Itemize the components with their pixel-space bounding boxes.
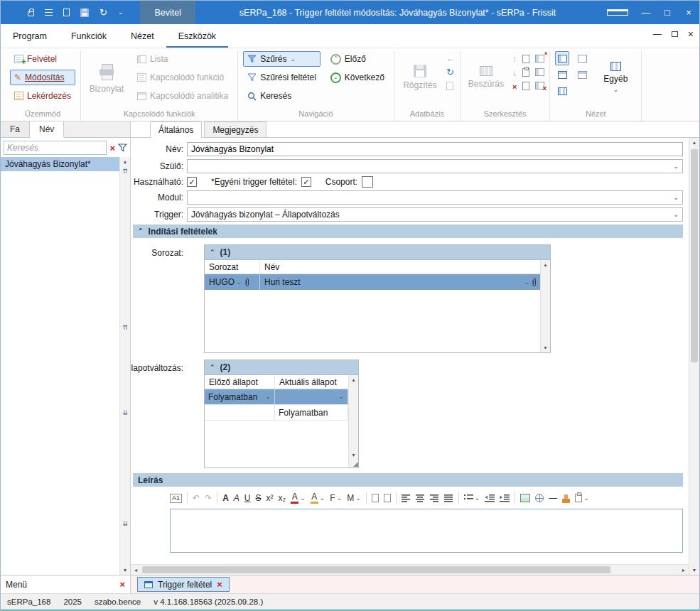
superscript-icon[interactable]: x² xyxy=(266,494,274,502)
menu-tab[interactable]: Menü × xyxy=(1,575,131,593)
align-justify-icon[interactable] xyxy=(444,494,453,502)
collapse-icon[interactable]: ⌃ xyxy=(138,228,144,234)
minimize-button[interactable]: — xyxy=(635,7,657,18)
sorozat-group-header[interactable]: ⌃ (1) xyxy=(205,245,550,260)
col-sorozat[interactable]: Sorozat xyxy=(205,260,260,274)
dropdown-icon[interactable]: ⌄ xyxy=(673,163,679,170)
close-button[interactable]: × xyxy=(678,7,699,18)
dropdown-icon[interactable]: ⌄ xyxy=(524,279,529,286)
move-down-icon[interactable]: ↓ xyxy=(512,69,517,77)
egyeb-button[interactable]: Egyéb ⌄ xyxy=(595,51,636,104)
kapcsolodo-funkcio-button[interactable]: Kapcsolódó funkció xyxy=(133,70,232,85)
szures-button[interactable]: Szűrés ⌄ xyxy=(243,51,321,67)
child-minimize-button[interactable]: — xyxy=(653,29,662,39)
insert-row-icon[interactable] xyxy=(535,55,544,63)
paste-icon[interactable] xyxy=(522,68,529,77)
tab-altalanos[interactable]: Általános xyxy=(150,121,202,138)
description-editor[interactable] xyxy=(170,509,683,553)
kereses-button[interactable]: Keresés xyxy=(243,88,321,104)
clipboard-button[interactable]: ⌄ xyxy=(575,494,589,502)
delete-row-icon[interactable] xyxy=(535,82,544,90)
modul-combo[interactable]: ⌄ xyxy=(187,190,683,205)
align-center-icon[interactable] xyxy=(416,494,425,502)
sorozat-row[interactable]: HUGO ⌄ Huri teszt ⌄ xyxy=(205,274,540,290)
allapot-row-1[interactable]: Folyamatban ⌄ ⌄ xyxy=(205,389,348,405)
szures-dropdown-icon[interactable]: ⌄ xyxy=(290,56,296,63)
scroll-up-icon[interactable]: ▲ xyxy=(120,159,130,164)
horizontal-line-icon[interactable]: — xyxy=(549,494,557,502)
child-close-button[interactable]: × xyxy=(688,28,694,40)
collapse-icon[interactable]: ⌃ xyxy=(210,249,215,256)
search-input[interactable] xyxy=(4,141,107,155)
allapot-group-header[interactable]: ⌃ (2) xyxy=(205,360,358,375)
scroll-right-icon[interactable]: ► xyxy=(679,565,689,575)
list-view-icon[interactable] xyxy=(575,67,589,82)
allapot-row-2[interactable]: Folyamatban xyxy=(205,405,348,421)
windows-copy-icon[interactable] xyxy=(63,9,70,16)
cancel-changes-icon[interactable] xyxy=(446,82,453,90)
strikethrough-icon[interactable]: S xyxy=(256,494,262,502)
pin-window-icon[interactable] xyxy=(607,9,628,16)
tab-eszkozok[interactable]: Eszközök xyxy=(166,26,229,48)
tab-funkciok[interactable]: Funkciók xyxy=(59,26,119,48)
col-aktualis-allapot[interactable]: Aktuális állapot xyxy=(275,375,348,389)
layout-grid-view-icon[interactable] xyxy=(555,84,569,98)
paperclip-icon[interactable] xyxy=(244,278,250,287)
copy-icon[interactable] xyxy=(522,55,529,63)
szulo-combo[interactable]: ⌄ xyxy=(187,159,683,173)
kovetkezo-button[interactable]: ⌄ Következő xyxy=(326,70,389,85)
scroll-up-icon[interactable]: ▲ xyxy=(689,140,699,145)
dropdown-icon[interactable]: ⌄ xyxy=(673,212,679,218)
cut-icon[interactable] xyxy=(522,82,529,90)
rogzites-button[interactable]: Rögzítés xyxy=(399,51,441,104)
kapcsolodo-analitika-button[interactable]: Kapcsolódó analitika xyxy=(133,88,232,104)
nev-field[interactable] xyxy=(187,142,683,156)
layout-rows-view-icon[interactable] xyxy=(555,67,569,82)
horizontal-scroll-thumb[interactable] xyxy=(142,566,610,573)
undo-icon[interactable]: ↶ xyxy=(193,494,200,502)
tab-nezet[interactable]: Nézet xyxy=(119,26,166,48)
stamp-icon[interactable] xyxy=(562,499,570,503)
col-elozo-allapot[interactable]: Előző állapot xyxy=(205,375,275,389)
modositas-button[interactable]: ✎ Módosítás xyxy=(10,70,75,85)
paste-plain-icon[interactable] xyxy=(384,494,391,502)
main-vertical-scrollbar[interactable]: ▲ ▼ xyxy=(689,138,699,575)
custom-trigger-checkbox[interactable]: ✓ xyxy=(301,177,311,187)
font-family-button[interactable]: F⌄ xyxy=(330,494,342,502)
close-menu-icon[interactable]: × xyxy=(119,580,125,589)
titlebar-tab-bevitel[interactable]: Bevitel xyxy=(140,1,195,24)
child-restore-button[interactable] xyxy=(672,31,678,37)
card-view-icon[interactable] xyxy=(575,51,589,65)
back-icon[interactable]: ← xyxy=(446,54,455,63)
beszuras-button[interactable]: Beszúrás xyxy=(465,51,507,104)
increase-indent-icon[interactable] xyxy=(500,494,510,502)
scroll-up-icon[interactable]: ▲ xyxy=(349,377,358,382)
delete-record-icon[interactable]: × xyxy=(512,83,517,91)
group-checkbox[interactable] xyxy=(362,176,373,188)
egyeb-dropdown-icon[interactable]: ⌄ xyxy=(613,87,619,93)
insert-image-icon[interactable] xyxy=(520,494,530,502)
scroll-down-icon[interactable]: ▼ xyxy=(541,345,550,350)
trigger-feltetel-tab[interactable]: Trigger feltétel × xyxy=(137,577,230,592)
szuresi-feltetel-button[interactable]: Szűrési feltétel xyxy=(243,70,321,85)
section-leiras[interactable]: Leírás xyxy=(133,473,683,487)
allapot-scrollbar[interactable]: ▲ ▼ ◢ xyxy=(348,375,358,467)
bizonylat-button[interactable]: Bizonylat xyxy=(86,51,127,104)
dropdown-icon[interactable]: ⌄ xyxy=(265,394,271,400)
redo-icon[interactable]: ↷ xyxy=(205,494,212,502)
lekerdezes-button[interactable]: Lekérdezés xyxy=(10,88,75,104)
trigger-combo[interactable]: Jóváhagyás bizonylat – Állapotváltozás ⌄ xyxy=(187,207,683,222)
clear-search-icon[interactable]: × xyxy=(109,144,115,153)
felvetel-button[interactable]: Felvétel xyxy=(10,51,75,67)
scroll-down-icon[interactable]: ▼ xyxy=(689,568,699,573)
first-record-marker-icon[interactable]: ⇈ xyxy=(120,168,130,175)
paperclip-icon[interactable] xyxy=(532,278,537,287)
panel-scrollbar[interactable]: ▲ ⇈ ⇈ ⇊ ⇊ ▼ xyxy=(119,157,130,575)
panel-filter-icon[interactable] xyxy=(118,144,127,152)
layout-side-view-icon[interactable] xyxy=(555,51,569,65)
scroll-down-icon[interactable]: ▼ xyxy=(349,453,358,458)
tab-megjegyzes[interactable]: Megjegyzés xyxy=(204,121,266,137)
refresh-data-icon[interactable]: ↻ xyxy=(446,67,455,77)
task-list-icon[interactable] xyxy=(45,9,53,16)
main-horizontal-scrollbar[interactable]: ◄ ► xyxy=(131,564,689,575)
